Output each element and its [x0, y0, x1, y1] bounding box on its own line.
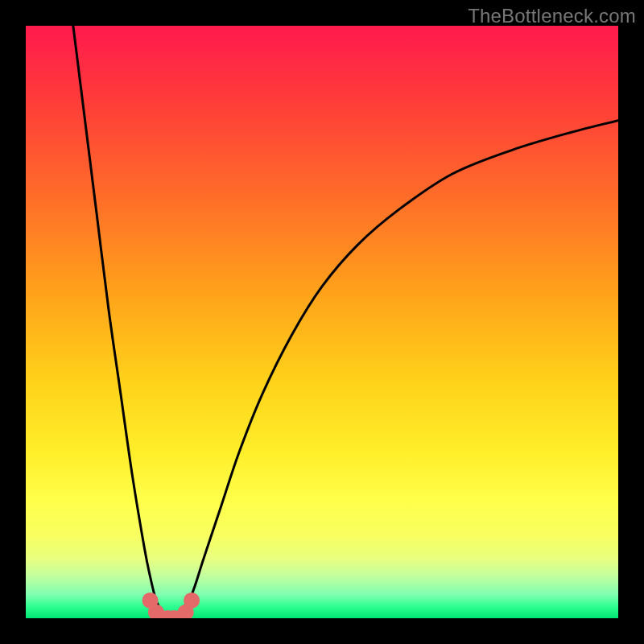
bottleneck-curve: [73, 26, 618, 618]
chart-frame: TheBottleneck.com: [0, 0, 644, 644]
plot-area: [26, 26, 618, 618]
curve-svg: [26, 26, 618, 618]
valley-markers: [142, 592, 200, 618]
valley-marker: [184, 592, 200, 609]
bottleneck-path: [73, 26, 618, 618]
watermark-text: TheBottleneck.com: [468, 5, 636, 27]
